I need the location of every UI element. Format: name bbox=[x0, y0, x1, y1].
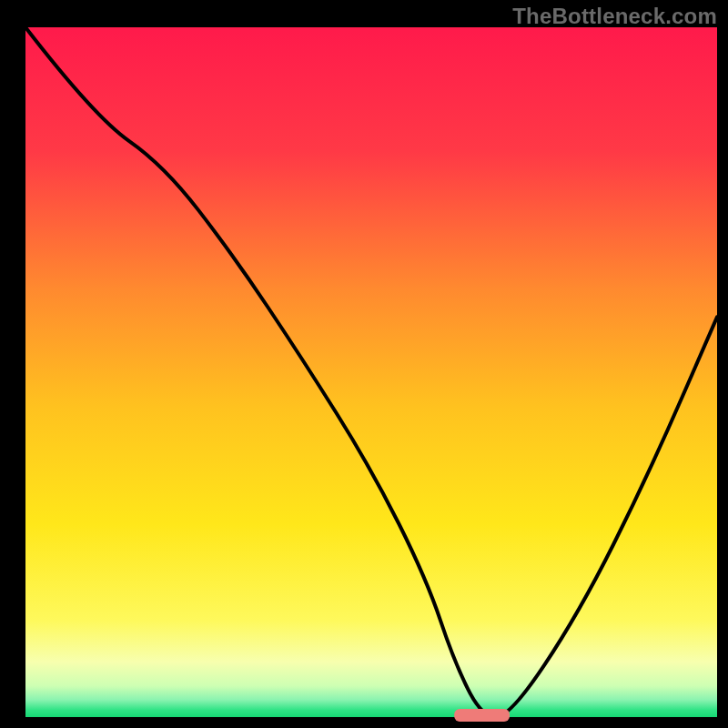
optimal-marker bbox=[454, 709, 510, 722]
chart-background bbox=[25, 27, 717, 717]
bottleneck-chart bbox=[0, 0, 728, 728]
watermark-text: TheBottleneck.com bbox=[512, 4, 717, 29]
chart-frame: TheBottleneck.com bbox=[0, 0, 728, 728]
